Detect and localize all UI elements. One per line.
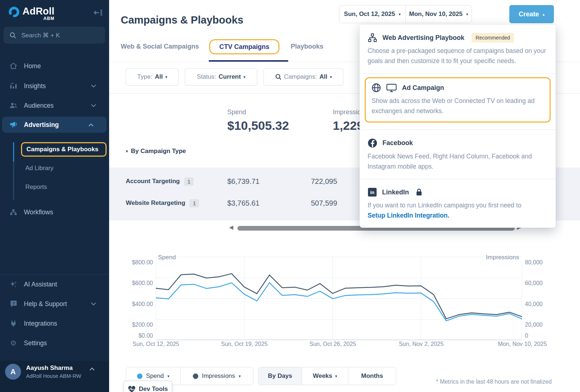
sidebar-item-workflows[interactable]: Workflows	[0, 204, 109, 220]
sitemap-icon	[368, 33, 377, 42]
monitor-icon	[386, 83, 397, 92]
menu-item-facebook[interactable]: Facebook Facebook News Feed, Right Hand …	[360, 130, 556, 179]
tab-web-social-campaigns[interactable]: Web & Social Campaigns	[121, 43, 199, 50]
subnav-track	[13, 162, 14, 200]
table-row-impressions: 722,095	[286, 176, 337, 186]
y-axis-tick: $800.00	[122, 259, 153, 266]
table-row-spend: $6,739.71	[227, 176, 260, 186]
caret-down-icon: ▾	[399, 12, 401, 17]
caret-down-icon: ▾	[330, 75, 332, 79]
x-axis-tick: Sun, Oct 19, 2025	[221, 341, 268, 347]
start-date-picker[interactable]: Sun, Oct 12, 2025 ▾	[339, 5, 405, 23]
caret-down-icon: ▾	[243, 75, 245, 79]
caret-down-icon: ▾	[239, 374, 241, 379]
sidebar-item-insights[interactable]: Insights	[0, 78, 109, 94]
months-button[interactable]: Months	[348, 367, 396, 385]
table-row-label[interactable]: Account Targeting 1	[126, 176, 194, 186]
sidebar-item-help-support[interactable]: ? Help & Support	[0, 296, 109, 312]
menu-item-linkedin[interactable]: in LinkedIn If you want to run LinkedIn …	[360, 179, 556, 228]
megaphone-icon	[9, 121, 18, 128]
sidebar-item-campaigns-playbooks[interactable]: Campaigns & Playbooks	[21, 142, 107, 157]
plug-icon	[9, 320, 18, 327]
y-axis-tick: 40,000	[525, 301, 554, 308]
impressions-dot-icon	[193, 374, 198, 379]
help-icon: ?	[9, 300, 18, 308]
adroll-logo[interactable]: AdRoll ABM	[8, 6, 54, 21]
user-menu[interactable]: A Aayush Sharma AdRoll House ABM-RW	[0, 361, 109, 392]
y-axis-tick: 80,000	[525, 259, 554, 266]
granularity-control: By Days Weeks ▾ Months	[258, 367, 396, 385]
sidebar-item-advertising[interactable]: Advertising	[2, 117, 107, 133]
tab-playbooks[interactable]: Playbooks	[291, 43, 323, 50]
menu-item-web-advertising-playbook[interactable]: Web Advertising Playbook Recommended Cho…	[360, 25, 556, 73]
create-button[interactable]: Create ▴	[509, 5, 554, 23]
sidebar-item-ai-assistant[interactable]: AI Assistant	[0, 276, 109, 292]
campaigns-filter[interactable]: Campaigns: All ▾	[264, 68, 343, 86]
type-filter[interactable]: Type: All ▾	[126, 68, 179, 86]
sidebar-item-ad-library[interactable]: Ad Library	[21, 161, 107, 176]
y-axis-tick: 20,000	[525, 322, 554, 328]
y-axis-tick: $0.00	[122, 333, 153, 339]
caret-down-icon: ▾	[167, 374, 170, 379]
brand-sub: ABM	[22, 16, 54, 21]
weeks-button[interactable]: Weeks ▾	[302, 367, 348, 385]
brand-name: AdRoll	[22, 6, 54, 17]
end-date-picker[interactable]: Mon, Nov 10, 2025 ▾	[405, 5, 472, 23]
chart-left-axis-title: Spend	[158, 254, 176, 261]
table-row-spend: $3,765.61	[227, 198, 260, 208]
scroll-left-icon[interactable]: ◀	[229, 224, 233, 231]
status-filter[interactable]: Status: Current ▾	[185, 68, 257, 86]
recommended-badge: Recommended	[472, 33, 514, 42]
dev-tools-button[interactable]: Dev Tools	[124, 381, 172, 392]
caret-down-icon: ▾	[126, 149, 128, 154]
search-icon	[9, 32, 16, 39]
search-placeholder: Search ⌘ + K	[21, 32, 60, 39]
sidebar-item-home[interactable]: Home	[0, 58, 109, 74]
globe-icon	[372, 83, 381, 92]
y-axis-tick: $600.00	[122, 280, 153, 286]
y-axis-tick: $400.00	[122, 301, 153, 308]
linkedin-icon: in	[368, 187, 377, 197]
sidebar-item-reports[interactable]: Reports	[21, 180, 107, 194]
chevron-down-icon	[91, 104, 96, 107]
spend-dot-icon	[137, 374, 142, 379]
workflows-icon	[9, 209, 18, 216]
sparkles-icon	[9, 280, 18, 288]
insights-icon	[9, 82, 18, 90]
create-dropdown-menu: Web Advertising Playbook Recommended Cho…	[360, 25, 556, 228]
adroll-logo-icon	[8, 6, 20, 18]
table-row-label[interactable]: Website Retargeting 1	[126, 198, 199, 208]
caret-down-icon: ▾	[335, 374, 337, 379]
setup-linkedin-link[interactable]: Setup LinkedIn Integration.	[368, 212, 450, 219]
caret-down-icon: ▾	[165, 75, 167, 79]
sidebar-item-settings[interactable]: ⚙ Settings	[0, 335, 109, 351]
x-axis-tick: Mon, Nov 10, 2025	[498, 341, 547, 347]
y-axis-tick: 0	[525, 333, 554, 339]
chevron-down-icon	[91, 302, 96, 306]
spend-impressions-chart[interactable]	[156, 257, 522, 340]
sidebar-item-integrations[interactable]: Integrations	[0, 315, 109, 331]
avatar: A	[5, 364, 21, 380]
y-axis-tick: 60,000	[525, 280, 554, 286]
x-axis-tick: Sun, Nov 2, 2025	[399, 341, 444, 347]
search-input[interactable]: Search ⌘ + K	[4, 27, 105, 44]
x-axis-tick: Sun, Oct 26, 2025	[310, 341, 356, 347]
by-campaign-type-toggle[interactable]: ▾ By Campaign Type	[126, 148, 186, 155]
x-axis-tick: Sun, Oct 12, 2025	[133, 341, 179, 347]
sidebar: AdRoll ABM Search ⌘ + K Home Insights Au…	[0, 0, 109, 392]
by-days-button[interactable]: By Days	[258, 367, 302, 385]
home-icon	[9, 62, 18, 70]
sidebar-item-audiences[interactable]: Audiences	[0, 98, 109, 114]
sidebar-divider	[0, 274, 109, 275]
sidebar-collapse-icon[interactable]	[94, 9, 104, 17]
tab-ctv-campaigns[interactable]: CTV Campaigns	[209, 39, 279, 54]
svg-text:in: in	[370, 190, 374, 195]
chart-right-axis-title: Impressions	[447, 254, 519, 261]
audiences-icon	[9, 102, 18, 109]
menu-item-ad-campaign[interactable]: Ad Campaign Show ads across the Web or C…	[360, 74, 556, 129]
lock-icon	[415, 188, 423, 196]
impressions-series-toggle[interactable]: Impressions ▾	[180, 367, 253, 385]
svg-text:?: ?	[12, 301, 15, 306]
spend-stat-value: $10,505.32	[227, 119, 289, 133]
ad-campaign-highlight: Ad Campaign Show ads across the Web or C…	[365, 77, 551, 123]
